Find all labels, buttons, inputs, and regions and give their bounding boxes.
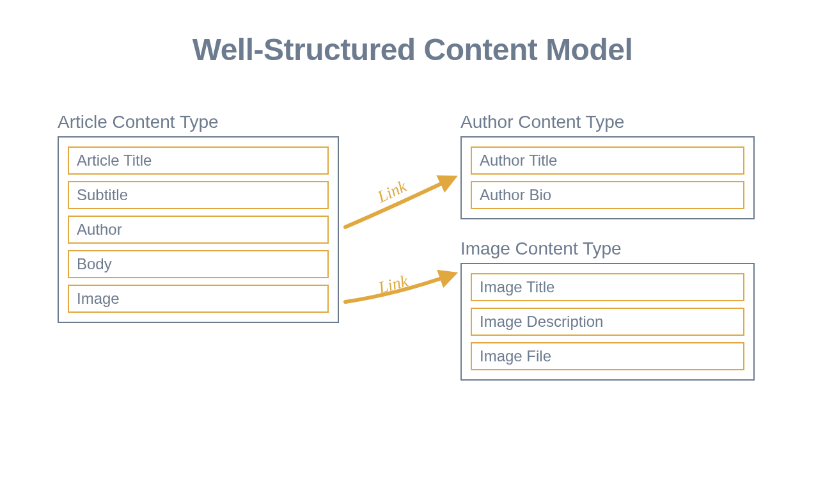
author-content-type-box: Author Title Author Bio (460, 136, 755, 219)
author-content-type-label: Author Content Type (460, 112, 755, 132)
field-article-title: Article Title (68, 146, 329, 175)
link-arrow-author (339, 163, 467, 240)
field-body: Body (68, 250, 329, 278)
field-image-file: Image File (471, 342, 744, 370)
image-content-type-box: Image Title Image Description Image File (460, 263, 755, 381)
field-author-bio: Author Bio (471, 181, 744, 209)
article-content-type-box: Article Title Subtitle Author Body Image (58, 136, 339, 323)
field-image: Image (68, 285, 329, 313)
link-arrow-image (339, 262, 467, 313)
field-image-title: Image Title (471, 273, 744, 301)
image-content-type-group: Image Content Type Image Title Image Des… (460, 239, 755, 381)
article-content-type-group: Article Content Type Article Title Subti… (58, 112, 339, 323)
article-content-type-label: Article Content Type (58, 112, 339, 132)
field-author-title: Author Title (471, 146, 744, 175)
author-content-type-group: Author Content Type Author Title Author … (460, 112, 755, 219)
link-label-author: Link (375, 177, 410, 207)
link-label-image: Link (377, 272, 410, 298)
right-column: Author Content Type Author Title Author … (460, 112, 755, 381)
diagram-title: Well-Structured Content Model (0, 32, 825, 67)
field-subtitle: Subtitle (68, 181, 329, 209)
field-image-description: Image Description (471, 308, 744, 336)
image-content-type-label: Image Content Type (460, 239, 755, 259)
field-author: Author (68, 216, 329, 244)
